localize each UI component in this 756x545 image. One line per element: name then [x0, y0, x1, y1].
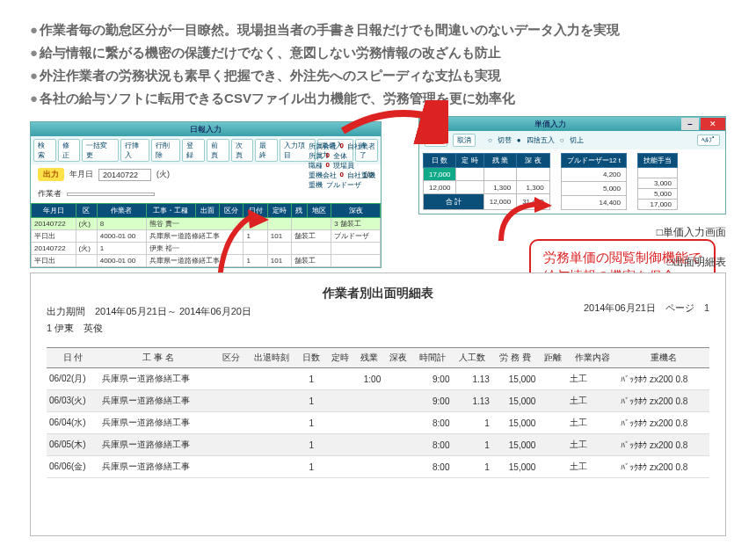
s2-2: 5,000 [637, 189, 677, 200]
col-chiku: 地区 [307, 204, 331, 218]
s1-1: 5,000 [561, 182, 626, 196]
col-hi: 日付 [244, 204, 267, 218]
col-koji: 工事・工種 [147, 204, 196, 218]
caption-right: □単価入力画面 [657, 225, 726, 240]
btn-next[interactable]: 次頁 [231, 139, 254, 162]
grid-side1[interactable]: ブルドーザー12 t 4,200 5,000 14,400 [561, 153, 627, 210]
toolbar2: 完了 取消 ○切替 ●四捨五入 ○切上 ﾍﾙﾌﾟ [419, 131, 725, 149]
report-col: 人工数 [452, 348, 491, 368]
caption-report: □出面明細表 [667, 255, 726, 270]
info-t0: 自社業者 [347, 142, 375, 151]
info-v2: 0 [326, 161, 330, 171]
info-v0: 0 [340, 142, 344, 151]
title2: 単価入力 [534, 119, 566, 130]
report-window: 作業者別出面明細表 出力期間 2014年05月21日～ 2014年06月20日 … [30, 272, 726, 536]
btn-register[interactable]: 登録 [182, 139, 205, 162]
btn-search[interactable]: 検索 [33, 139, 56, 162]
c2-2: 残 業 [483, 154, 516, 168]
grid-side2[interactable]: 技能手当 3,000 5,000 17,000 [637, 153, 678, 210]
report-col: 深夜 [383, 348, 412, 368]
info-k1: 所属 [309, 151, 323, 161]
s2-3: 17,000 [637, 200, 677, 210]
report-header: 作業者別出面明細表 出力期間 2014年05月21日～ 2014年06月20日 … [47, 286, 709, 335]
info-k3: 重機会社 [309, 171, 337, 180]
bullet-2: 給与情報に繋がる機密の保護だけでなく、意図しない労務情報の改ざんも防止 [30, 42, 730, 63]
min-icon[interactable]: ‒ [681, 118, 699, 130]
period-value: 2014年05月21日～ 2014年06月20日 [95, 306, 251, 316]
titlebar: 日報入力 [31, 122, 381, 136]
report-row: 06/04(水)兵庫県ー道路修繕工事18:00115,000土工ﾊﾞｯｸﾎｳ z… [47, 412, 709, 434]
report-col: 出退時刻 [246, 348, 297, 368]
c2-1: 定 時 [456, 154, 483, 168]
titlebar2: 単価入力 ‒ ✕ [419, 117, 725, 131]
report-col: 区分 [217, 348, 246, 368]
radio-1[interactable]: 四捨五入 [527, 135, 555, 145]
close-icon[interactable]: ✕ [701, 118, 725, 130]
report-row: 06/06(金)兵庫県ー道路修繕工事18:00115,000土工ﾊﾞｯｸﾎｳ z… [47, 456, 709, 478]
grid-unit-price[interactable]: 日 数 定 時 残 業 深 夜 17,000 12,0001,3001,300 … [423, 153, 550, 210]
g2-13: 1,300 [517, 181, 549, 194]
info-k4: 重機 [309, 180, 323, 190]
info-t4: ブルドーザ [326, 180, 361, 190]
grid1-row[interactable]: 20140722(火)8熊谷 貴一3 舗装工 [32, 218, 381, 230]
btn-batch[interactable]: 一括変更 [82, 139, 118, 162]
col-teiji: 定時 [267, 204, 291, 218]
report-col: 重機名 [618, 348, 709, 368]
btn-row-delete[interactable]: 行削除 [151, 139, 180, 162]
radio-2[interactable]: 切上 [570, 135, 584, 145]
btn-cancel[interactable]: 取消 [453, 134, 476, 147]
window-unit-price: 単価入力 ‒ ✕ 完了 取消 ○切替 ●四捨五入 ○切上 ﾍﾙﾌﾟ 日 数 定 … [418, 116, 726, 214]
g2-12: 1,300 [483, 181, 516, 194]
period-label: 出力期間 [47, 306, 85, 316]
report-printed: 2014年06月21日 ページ 1 [584, 302, 709, 315]
btn-help[interactable]: ﾍﾙﾌﾟ [697, 134, 720, 146]
badge-output[interactable]: 出力 [38, 168, 64, 181]
col-kb: 区 [76, 204, 97, 218]
bullet-4: 各社の給与ソフトに転用できるCSVファイル出力機能で、労務管理を更に効率化 [30, 88, 730, 109]
bullet-1: 作業者毎の勤怠区分が一目瞭然。現場担当者の手書き日報だけでも間違いのないデータ入… [30, 19, 730, 40]
info-panel: 所属会社0自社業者 所属0全体 職種0現場員 重機会社0自社重機 重機ブルドーザ [309, 142, 375, 190]
col-zan: 残 [292, 204, 308, 218]
window-demen-input: 日報入力 検索 修正 一括変更 行挿入 行削除 登録 前頁 次頁 最終 入力項目… [30, 121, 382, 268]
report-title: 作業者別出面明細表 [47, 286, 709, 302]
btn-edit[interactable]: 修正 [58, 139, 81, 162]
report-row: 06/05(木)兵庫県ー道路修繕工事18:00115,000土工ﾊﾞｯｸﾎｳ z… [47, 434, 709, 456]
report-col: 残業 [354, 348, 383, 368]
btn-row-insert[interactable]: 行挿入 [120, 139, 149, 162]
feature-bullets: 作業者毎の勤怠区分が一目瞭然。現場担当者の手書き日報だけでも間違いのないデータ入… [0, 0, 756, 121]
label-worker: 作業者 [38, 188, 62, 200]
g2-10: 12,000 [424, 181, 456, 194]
btn-last[interactable]: 最終 [255, 139, 278, 162]
report-worker: 1 伊東 英俊 [47, 322, 709, 335]
c2-3: 深 夜 [517, 154, 549, 168]
report-row: 06/03(火)兵庫県ー道路修繕工事19:001.1315,000土工ﾊﾞｯｸﾎ… [47, 390, 709, 412]
col-demen: 出面 [195, 204, 219, 218]
info-k2: 職種 [309, 161, 323, 171]
report-col: 定時 [326, 348, 355, 368]
s2-1: 3,000 [637, 178, 677, 189]
field-date[interactable]: 20140722 [98, 169, 151, 181]
s1-0: 4,200 [561, 168, 626, 182]
grid-demen[interactable]: 年月日 区 作業者 工事・工種 出面 区分 日付 定時 残 地区 深夜 2014… [31, 203, 381, 267]
info-v1: 0 [326, 151, 330, 161]
col-shinya: 深夜 [331, 204, 381, 218]
report-table: 日 付工 事 名区分出退時刻日数定時残業深夜時間計人工数労 務 費距離作業内容重… [47, 347, 709, 478]
g2-sum: 合 計 [424, 194, 484, 210]
grid1-row[interactable]: 平日出4000-01 00兵庫県ー道路修繕工事1101舗装工ブルドーザ [32, 230, 381, 243]
report-col: 工 事 名 [99, 348, 217, 368]
grid1-row[interactable]: 平日出4000-01 00兵庫県ー道路修繕工事1101舗装工 [32, 255, 381, 267]
report-col: 作業内容 [567, 348, 618, 368]
s1-2: 14,400 [561, 196, 626, 210]
field-worker[interactable] [67, 193, 155, 196]
side-h1: ブルドーザー12 t [561, 154, 626, 168]
g2-32: 12,000 [483, 194, 516, 210]
side-h2: 技能手当 [637, 154, 677, 168]
grid1-row[interactable]: 20140722(火)1伊東 裕一 [32, 243, 381, 255]
radio-0[interactable]: 切替 [498, 135, 512, 145]
btn-done[interactable]: 完了 [425, 134, 447, 147]
report-col: 労 務 費 [492, 348, 538, 368]
label-date: 年月日 [69, 169, 93, 180]
col-kubun: 区分 [220, 204, 244, 218]
g2-00: 17,000 [424, 168, 456, 181]
btn-prev[interactable]: 前頁 [207, 139, 229, 162]
